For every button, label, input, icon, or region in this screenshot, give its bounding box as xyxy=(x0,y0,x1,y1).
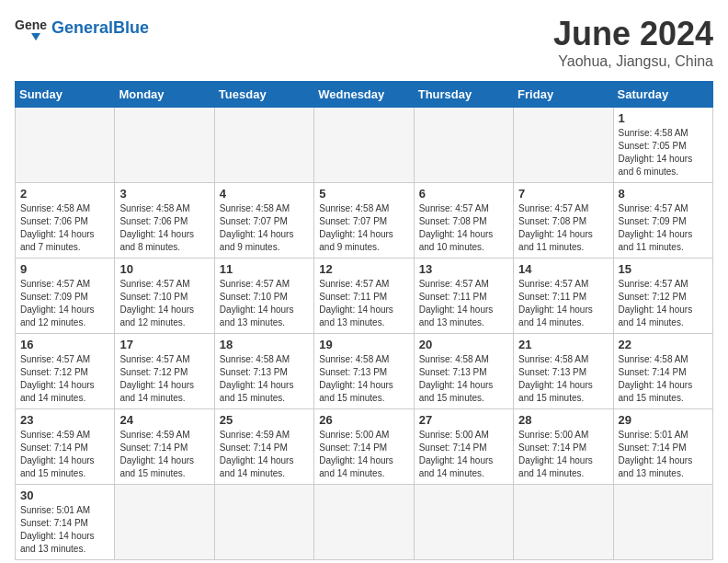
table-row: 29 Sunrise: 5:01 AM Sunset: 7:14 PM Dayl… xyxy=(613,409,712,485)
day-info: Sunrise: 4:58 AM Sunset: 7:07 PM Dayligh… xyxy=(319,202,408,254)
table-row: 13 Sunrise: 4:57 AM Sunset: 7:11 PM Dayl… xyxy=(414,259,513,334)
day-info: Sunrise: 4:57 AM Sunset: 7:11 PM Dayligh… xyxy=(419,278,508,329)
table-row: 23 Sunrise: 4:59 AM Sunset: 7:14 PM Dayl… xyxy=(16,409,115,485)
table-row xyxy=(214,485,313,560)
day-number: 4 xyxy=(220,187,309,201)
table-row: 30 Sunrise: 5:01 AM Sunset: 7:14 PM Dayl… xyxy=(16,485,115,560)
day-info: Sunrise: 4:57 AM Sunset: 7:08 PM Dayligh… xyxy=(419,202,508,254)
day-number: 21 xyxy=(518,338,608,351)
table-row xyxy=(414,108,513,183)
day-info: Sunrise: 4:57 AM Sunset: 7:08 PM Dayligh… xyxy=(518,202,608,254)
table-row xyxy=(115,485,214,560)
table-row: 11 Sunrise: 4:57 AM Sunset: 7:10 PM Dayl… xyxy=(214,259,313,334)
table-row: 2 Sunrise: 4:58 AM Sunset: 7:06 PM Dayli… xyxy=(16,183,115,259)
calendar-week-row: 1 Sunrise: 4:58 AM Sunset: 7:05 PM Dayli… xyxy=(16,108,713,183)
day-number: 6 xyxy=(419,187,508,201)
day-number: 12 xyxy=(319,262,408,276)
table-row xyxy=(514,108,613,183)
day-number: 16 xyxy=(20,338,109,351)
calendar-week-row: 9 Sunrise: 4:57 AM Sunset: 7:09 PM Dayli… xyxy=(16,259,713,334)
table-row: 6 Sunrise: 4:57 AM Sunset: 7:08 PM Dayli… xyxy=(414,183,513,259)
day-info: Sunrise: 4:57 AM Sunset: 7:12 PM Dayligh… xyxy=(119,353,209,405)
day-number: 3 xyxy=(119,187,209,201)
svg-marker-1 xyxy=(31,33,40,40)
day-info: Sunrise: 4:58 AM Sunset: 7:05 PM Dayligh… xyxy=(619,127,708,178)
calendar-week-row: 23 Sunrise: 4:59 AM Sunset: 7:14 PM Dayl… xyxy=(16,409,713,485)
table-row: 8 Sunrise: 4:57 AM Sunset: 7:09 PM Dayli… xyxy=(613,183,712,259)
logo-icon: General xyxy=(15,15,48,40)
day-number: 18 xyxy=(220,338,309,351)
calendar-week-row: 16 Sunrise: 4:57 AM Sunset: 7:12 PM Dayl… xyxy=(16,334,713,409)
table-row: 22 Sunrise: 4:58 AM Sunset: 7:14 PM Dayl… xyxy=(613,334,712,409)
day-number: 2 xyxy=(20,187,109,201)
day-number: 26 xyxy=(319,413,408,427)
table-row xyxy=(314,485,414,560)
day-number: 5 xyxy=(319,187,408,201)
day-number: 14 xyxy=(518,262,608,276)
logo: General GeneralBlue xyxy=(15,15,149,40)
day-info: Sunrise: 4:57 AM Sunset: 7:11 PM Dayligh… xyxy=(518,278,608,329)
day-info: Sunrise: 5:00 AM Sunset: 7:14 PM Dayligh… xyxy=(319,429,408,480)
table-row: 7 Sunrise: 4:57 AM Sunset: 7:08 PM Dayli… xyxy=(514,183,613,259)
table-row: 21 Sunrise: 4:58 AM Sunset: 7:13 PM Dayl… xyxy=(514,334,613,409)
table-row: 20 Sunrise: 4:58 AM Sunset: 7:13 PM Dayl… xyxy=(414,334,513,409)
table-row: 18 Sunrise: 4:58 AM Sunset: 7:13 PM Dayl… xyxy=(214,334,313,409)
day-info: Sunrise: 4:58 AM Sunset: 7:13 PM Dayligh… xyxy=(319,353,408,405)
day-number: 9 xyxy=(20,262,109,276)
logo-text: GeneralBlue xyxy=(51,18,149,37)
day-number: 28 xyxy=(518,413,608,427)
day-info: Sunrise: 5:01 AM Sunset: 7:14 PM Dayligh… xyxy=(619,429,708,480)
table-row: 26 Sunrise: 5:00 AM Sunset: 7:14 PM Dayl… xyxy=(314,409,414,485)
calendar-week-row: 30 Sunrise: 5:01 AM Sunset: 7:14 PM Dayl… xyxy=(16,485,713,560)
calendar-table: Sunday Monday Tuesday Wednesday Thursday… xyxy=(15,81,713,560)
header-thursday: Thursday xyxy=(414,82,513,108)
day-number: 1 xyxy=(619,111,708,125)
table-row: 12 Sunrise: 4:57 AM Sunset: 7:11 PM Dayl… xyxy=(314,259,414,334)
header-friday: Friday xyxy=(514,82,613,108)
header-wednesday: Wednesday xyxy=(314,82,414,108)
day-info: Sunrise: 4:57 AM Sunset: 7:11 PM Dayligh… xyxy=(319,278,408,329)
table-row: 17 Sunrise: 4:57 AM Sunset: 7:12 PM Dayl… xyxy=(115,334,214,409)
day-number: 15 xyxy=(619,262,708,276)
day-info: Sunrise: 4:58 AM Sunset: 7:07 PM Dayligh… xyxy=(220,202,309,254)
day-number: 29 xyxy=(619,413,708,427)
table-row: 25 Sunrise: 4:59 AM Sunset: 7:14 PM Dayl… xyxy=(214,409,313,485)
table-row: 27 Sunrise: 5:00 AM Sunset: 7:14 PM Dayl… xyxy=(414,409,513,485)
day-info: Sunrise: 4:57 AM Sunset: 7:12 PM Dayligh… xyxy=(619,278,708,329)
header-monday: Monday xyxy=(115,82,214,108)
location: Yaohua, Jiangsu, China xyxy=(553,53,713,70)
day-number: 24 xyxy=(119,413,209,427)
table-row: 24 Sunrise: 4:59 AM Sunset: 7:14 PM Dayl… xyxy=(115,409,214,485)
day-number: 30 xyxy=(20,488,109,502)
day-info: Sunrise: 4:57 AM Sunset: 7:09 PM Dayligh… xyxy=(619,202,708,254)
header-saturday: Saturday xyxy=(613,82,712,108)
day-number: 23 xyxy=(20,413,109,427)
table-row: 5 Sunrise: 4:58 AM Sunset: 7:07 PM Dayli… xyxy=(314,183,414,259)
calendar-week-row: 2 Sunrise: 4:58 AM Sunset: 7:06 PM Dayli… xyxy=(16,183,713,259)
day-number: 13 xyxy=(419,262,508,276)
table-row: 4 Sunrise: 4:58 AM Sunset: 7:07 PM Dayli… xyxy=(214,183,313,259)
day-number: 25 xyxy=(220,413,309,427)
day-info: Sunrise: 4:57 AM Sunset: 7:09 PM Dayligh… xyxy=(20,278,109,329)
day-info: Sunrise: 4:57 AM Sunset: 7:10 PM Dayligh… xyxy=(220,278,309,329)
table-row: 14 Sunrise: 4:57 AM Sunset: 7:11 PM Dayl… xyxy=(514,259,613,334)
page-header: General GeneralBlue June 2024 Yaohua, Ji… xyxy=(15,15,713,70)
header-tuesday: Tuesday xyxy=(214,82,313,108)
day-info: Sunrise: 4:59 AM Sunset: 7:14 PM Dayligh… xyxy=(119,429,209,480)
month-title: June 2024 xyxy=(553,15,713,53)
day-info: Sunrise: 4:58 AM Sunset: 7:13 PM Dayligh… xyxy=(419,353,508,405)
day-info: Sunrise: 4:58 AM Sunset: 7:13 PM Dayligh… xyxy=(220,353,309,405)
day-info: Sunrise: 4:58 AM Sunset: 7:14 PM Dayligh… xyxy=(619,353,708,405)
table-row xyxy=(514,485,613,560)
day-number: 22 xyxy=(619,338,708,351)
table-row: 16 Sunrise: 4:57 AM Sunset: 7:12 PM Dayl… xyxy=(16,334,115,409)
table-row xyxy=(314,108,414,183)
day-info: Sunrise: 5:00 AM Sunset: 7:14 PM Dayligh… xyxy=(419,429,508,480)
day-number: 19 xyxy=(319,338,408,351)
day-info: Sunrise: 5:01 AM Sunset: 7:14 PM Dayligh… xyxy=(20,504,109,556)
table-row: 9 Sunrise: 4:57 AM Sunset: 7:09 PM Dayli… xyxy=(16,259,115,334)
table-row xyxy=(115,108,214,183)
day-info: Sunrise: 4:57 AM Sunset: 7:12 PM Dayligh… xyxy=(20,353,109,405)
table-row: 28 Sunrise: 5:00 AM Sunset: 7:14 PM Dayl… xyxy=(514,409,613,485)
day-info: Sunrise: 4:59 AM Sunset: 7:14 PM Dayligh… xyxy=(20,429,109,480)
